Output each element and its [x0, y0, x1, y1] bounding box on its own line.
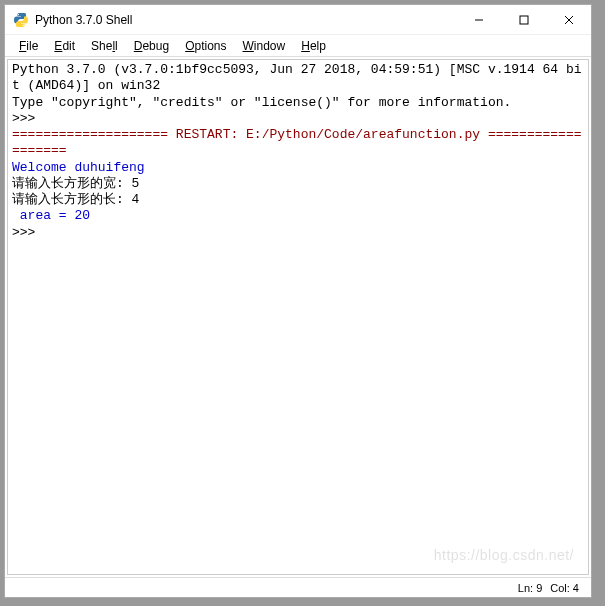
- svg-point-1: [23, 24, 24, 25]
- menubar: File Edit Shell Debug Options Window Hel…: [5, 35, 591, 57]
- maximize-button[interactable]: [501, 5, 546, 35]
- input-width: 请输入长方形的宽: 5: [12, 176, 584, 192]
- minimize-button[interactable]: [456, 5, 501, 35]
- window-title: Python 3.7.0 Shell: [35, 13, 456, 27]
- menu-file[interactable]: File: [11, 37, 46, 55]
- welcome-line: Welcome duhuifeng: [12, 160, 584, 176]
- svg-rect-3: [520, 16, 528, 24]
- shell-window: Python 3.7.0 Shell File Edit Shell Debug…: [4, 4, 592, 598]
- close-button[interactable]: [546, 5, 591, 35]
- restart-line: ==================== RESTART: E:/Python/…: [12, 127, 584, 160]
- python-icon: [13, 12, 29, 28]
- menu-help[interactable]: Help: [293, 37, 334, 55]
- window-buttons: [456, 5, 591, 34]
- statusbar: Ln: 9 Col: 4: [5, 577, 591, 597]
- menu-window[interactable]: Window: [235, 37, 294, 55]
- result-line: area = 20: [12, 208, 584, 224]
- menu-debug[interactable]: Debug: [126, 37, 177, 55]
- input-length: 请输入长方形的长: 4: [12, 192, 584, 208]
- titlebar: Python 3.7.0 Shell: [5, 5, 591, 35]
- menu-options[interactable]: Options: [177, 37, 234, 55]
- banner-line-1: Python 3.7.0 (v3.7.0:1bf9cc5093, Jun 27 …: [12, 62, 584, 95]
- status-line: Ln: 9: [514, 582, 546, 594]
- banner-line-2: Type "copyright", "credits" or "license(…: [12, 95, 584, 111]
- status-col: Col: 4: [546, 582, 583, 594]
- menu-edit[interactable]: Edit: [46, 37, 83, 55]
- watermark: https://blog.csdn.net/: [434, 547, 574, 565]
- shell-content[interactable]: Python 3.7.0 (v3.7.0:1bf9cc5093, Jun 27 …: [7, 59, 589, 575]
- svg-point-0: [18, 14, 19, 15]
- menu-shell[interactable]: Shell: [83, 37, 126, 55]
- prompt: >>>: [12, 225, 584, 241]
- prompt: >>>: [12, 111, 584, 127]
